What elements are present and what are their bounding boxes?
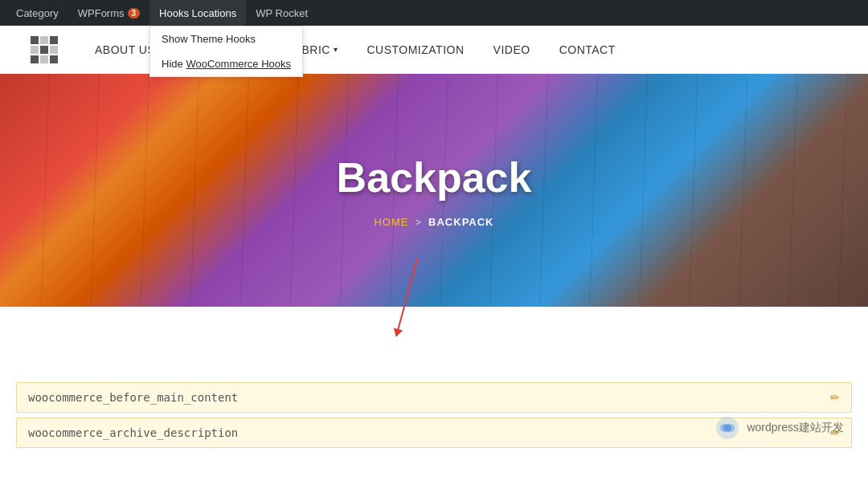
hero-content: Backpack HOME > BACKPACK <box>337 153 532 228</box>
admin-bar-wpforms[interactable]: WPForms 3 <box>68 0 149 26</box>
show-theme-hooks-item[interactable]: Show Theme Hooks <box>150 26 302 51</box>
hero-breadcrumb: HOME > BACKPACK <box>337 216 532 228</box>
hook-before-main-name: woocommerce_before_main_content <box>28 391 238 404</box>
nav-about-us-label: ABOUT US <box>95 43 155 56</box>
hooks-dropdown-menu: Show Theme Hooks Hide WooCommerce Hooks <box>149 26 303 77</box>
admin-bar-wp-rocket[interactable]: WP Rocket <box>246 0 317 26</box>
hook-row-before-main: woocommerce_before_main_content ✏ <box>16 382 852 413</box>
hero-title: Backpack <box>337 153 532 202</box>
breadcrumb-home[interactable]: HOME <box>374 216 408 228</box>
nav-customization-label: CUSTOMIZATION <box>366 43 464 56</box>
hide-prefix: Hide <box>162 58 186 70</box>
hook-archive-desc-name: woocommerce_archive_description <box>28 426 238 439</box>
show-theme-hooks-label: Show Theme Hooks <box>162 33 256 45</box>
watermark: wordpress建站开发 <box>714 415 844 441</box>
svg-point-3 <box>723 424 731 432</box>
nav-contact[interactable]: CONTACT <box>545 26 630 74</box>
site-header: ABOUT US PRODUCTS ▾ FABRIC ▾ CUSTOMIZATI… <box>0 26 868 74</box>
wpforms-badge: 3 <box>128 8 141 18</box>
wpforms-label: WPForms <box>78 7 125 19</box>
hooks-locations-label: Hooks Locations <box>159 7 236 19</box>
fabric-chevron-icon: ▾ <box>334 45 338 54</box>
hide-woocommerce-hooks-label: WooCommerce Hooks <box>186 58 291 70</box>
logo-grid <box>31 36 58 63</box>
watermark-logo-icon <box>714 415 740 441</box>
hide-woocommerce-hooks-item[interactable]: Hide WooCommerce Hooks <box>150 51 302 76</box>
watermark-text: wordpress建站开发 <box>747 421 844 435</box>
breadcrumb-current: BACKPACK <box>428 216 493 228</box>
nav-customization[interactable]: CUSTOMIZATION <box>352 26 478 74</box>
nav-video-label: VIDEO <box>493 43 530 56</box>
hook-before-main-edit-icon[interactable]: ✏ <box>830 391 840 404</box>
admin-bar-category[interactable]: Category <box>6 0 68 26</box>
hero-section: Backpack HOME > BACKPACK <box>0 74 868 307</box>
category-label: Category <box>16 7 59 19</box>
nav-video[interactable]: VIDEO <box>479 26 545 74</box>
arrow-container <box>0 307 868 371</box>
admin-bar-hooks-locations[interactable]: Hooks Locations Show Theme Hooks Hide Wo… <box>149 0 246 26</box>
wp-rocket-label: WP Rocket <box>256 7 308 19</box>
admin-bar: Category WPForms 3 Hooks Locations Show … <box>0 0 868 26</box>
nav-contact-label: CONTACT <box>559 43 616 56</box>
site-logo[interactable] <box>24 34 64 66</box>
breadcrumb-separator: > <box>415 216 422 228</box>
